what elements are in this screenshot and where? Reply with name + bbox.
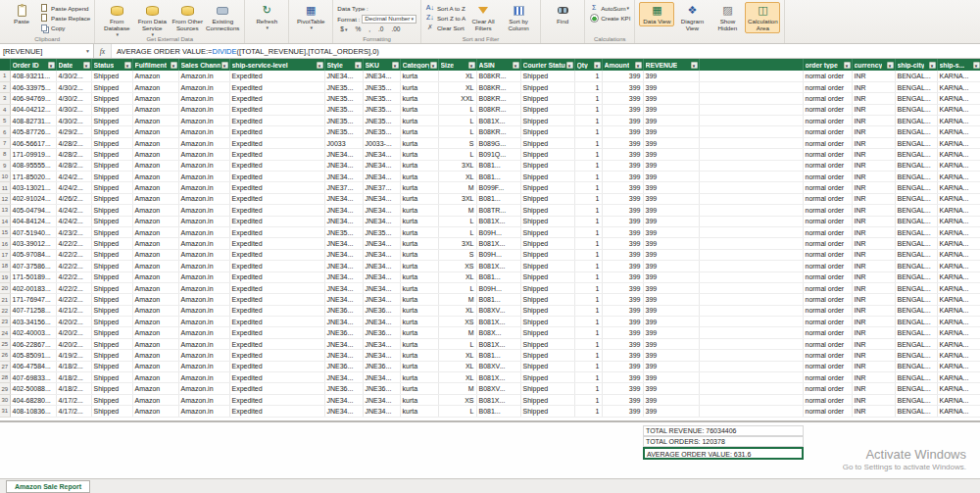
table-cell[interactable]: JNE34... bbox=[363, 205, 400, 216]
table-cell[interactable]: B091Q... bbox=[476, 149, 520, 160]
table-cell[interactable]: BENGAL... bbox=[895, 116, 937, 126]
table-cell[interactable]: Expedited bbox=[229, 361, 324, 371]
table-cell[interactable]: BENGAL... bbox=[895, 205, 937, 216]
table-cell[interactable]: 402-00183... bbox=[10, 282, 56, 293]
table-cell[interactable]: Shipped bbox=[91, 116, 132, 126]
table-cell[interactable]: JNE34... bbox=[324, 205, 363, 216]
table-cell[interactable]: normal order bbox=[803, 249, 852, 260]
table-cell[interactable]: Amazon.in bbox=[178, 182, 229, 193]
filter-dropdown-icon[interactable]: ▼ bbox=[355, 62, 362, 69]
table-cell[interactable]: Amazon bbox=[132, 305, 178, 316]
table-cell[interactable]: Amazon.in bbox=[178, 249, 229, 260]
table-cell[interactable]: Shipped bbox=[520, 261, 574, 271]
table-cell[interactable]: 399 bbox=[602, 361, 643, 371]
table-cell[interactable]: Shipped bbox=[91, 383, 132, 394]
table-cell[interactable]: XL bbox=[438, 81, 476, 92]
table-cell[interactable]: 3XL bbox=[438, 238, 476, 249]
table-cell[interactable]: normal order bbox=[803, 271, 852, 282]
table-cell[interactable]: Shipped bbox=[91, 81, 132, 92]
paste-append-button[interactable]: Paste Append bbox=[39, 4, 90, 12]
table-cell[interactable]: 4/30/2... bbox=[56, 81, 91, 92]
column-header-style[interactable]: Style▼ bbox=[324, 59, 363, 71]
table-cell[interactable]: J0033 bbox=[324, 137, 363, 148]
table-cell[interactable]: INR bbox=[852, 361, 895, 371]
table-cell[interactable]: 399 bbox=[643, 261, 699, 271]
table-cell[interactable]: Shipped bbox=[91, 249, 132, 260]
show-hidden-button[interactable]: ▨ Show Hidden bbox=[710, 2, 745, 33]
table-cell[interactable]: XS bbox=[438, 394, 476, 405]
table-cell[interactable]: Amazon.in bbox=[178, 71, 229, 81]
table-cell[interactable]: 407-37586... bbox=[10, 261, 56, 271]
table-cell[interactable]: 399 bbox=[643, 317, 699, 327]
table-cell[interactable]: B099F... bbox=[476, 182, 520, 193]
table-cell[interactable] bbox=[699, 317, 803, 327]
filter-dropdown-icon[interactable]: ▼ bbox=[691, 62, 698, 69]
table-cell[interactable]: 1 bbox=[574, 261, 602, 271]
table-cell[interactable]: 399 bbox=[643, 205, 699, 216]
table-cell[interactable]: BENGAL... bbox=[895, 394, 937, 405]
row-number[interactable]: 6 bbox=[0, 126, 10, 137]
thousands-separator-button[interactable]: , bbox=[366, 25, 373, 34]
table-cell[interactable]: BENGAL... bbox=[895, 372, 937, 383]
table-cell[interactable]: normal order bbox=[803, 182, 852, 193]
table-cell[interactable]: Amazon.in bbox=[178, 305, 229, 316]
decrease-decimals-button[interactable]: .00 bbox=[388, 25, 403, 34]
table-cell[interactable]: normal order bbox=[803, 383, 852, 394]
table-cell[interactable]: kurta bbox=[400, 406, 438, 417]
row-number[interactable]: 25 bbox=[0, 338, 10, 349]
table-cell[interactable]: 4/28/2... bbox=[56, 160, 91, 171]
table-cell[interactable]: 1 bbox=[574, 81, 602, 92]
table-cell[interactable]: 1 bbox=[574, 294, 602, 305]
table-cell[interactable]: JNE36... bbox=[324, 305, 363, 316]
table-cell[interactable]: 1 bbox=[574, 338, 602, 349]
table-cell[interactable]: Amazon.in bbox=[178, 104, 229, 115]
table-cell[interactable]: 399 bbox=[643, 137, 699, 148]
table-cell[interactable]: Expedited bbox=[229, 317, 324, 327]
sort-a-to-z-button[interactable]: A↓ Sort A to Z bbox=[425, 4, 466, 12]
table-cell[interactable]: Shipped bbox=[91, 226, 132, 237]
filter-dropdown-icon[interactable]: ▼ bbox=[887, 62, 894, 69]
table-cell[interactable]: JNE35... bbox=[324, 116, 363, 126]
table-cell[interactable]: kurta bbox=[400, 172, 438, 182]
table-cell[interactable]: L bbox=[438, 226, 476, 237]
table-cell[interactable] bbox=[699, 406, 803, 417]
table-cell[interactable]: JNE35... bbox=[363, 104, 400, 115]
table-cell[interactable]: INR bbox=[852, 350, 895, 361]
table-cell[interactable]: JNE34... bbox=[363, 271, 400, 282]
table-cell[interactable]: XXL bbox=[438, 93, 476, 104]
table-cell[interactable]: Amazon.in bbox=[178, 226, 229, 237]
row-number[interactable]: 24 bbox=[0, 327, 10, 338]
table-cell[interactable]: BENGAL... bbox=[895, 93, 937, 104]
table-cell[interactable]: Shipped bbox=[520, 282, 574, 293]
table-cell[interactable]: INR bbox=[852, 216, 895, 226]
table-cell[interactable] bbox=[699, 71, 803, 81]
table-cell[interactable]: B081... bbox=[476, 294, 520, 305]
table-cell[interactable]: Expedited bbox=[229, 327, 324, 338]
table-cell[interactable]: JNE34... bbox=[324, 216, 363, 226]
table-cell[interactable]: Amazon bbox=[132, 93, 178, 104]
table-cell[interactable]: INR bbox=[852, 249, 895, 260]
table-cell[interactable]: kurta bbox=[400, 137, 438, 148]
table-cell[interactable]: normal order bbox=[803, 160, 852, 171]
table-cell[interactable]: 399 bbox=[643, 383, 699, 394]
filter-dropdown-icon[interactable]: ▼ bbox=[635, 62, 642, 69]
table-cell[interactable]: JNE34... bbox=[324, 149, 363, 160]
table-cell[interactable]: JNE36... bbox=[324, 361, 363, 371]
table-cell[interactable]: Expedited bbox=[229, 282, 324, 293]
table-cell[interactable]: S bbox=[438, 137, 476, 148]
table-cell[interactable]: XL bbox=[438, 71, 476, 81]
table-cell[interactable]: 1 bbox=[574, 406, 602, 417]
table-cell[interactable]: 4/19/2... bbox=[56, 350, 91, 361]
filter-dropdown-icon[interactable]: ▼ bbox=[171, 62, 177, 69]
table-cell[interactable]: normal order bbox=[803, 394, 852, 405]
table-cell[interactable]: INR bbox=[852, 394, 895, 405]
table-cell[interactable] bbox=[699, 350, 803, 361]
table-cell[interactable]: JNE34... bbox=[363, 394, 400, 405]
table-cell[interactable]: Amazon bbox=[132, 383, 178, 394]
table-cell[interactable]: Shipped bbox=[520, 193, 574, 204]
table-cell[interactable]: Shipped bbox=[520, 383, 574, 394]
row-number[interactable]: 4 bbox=[0, 104, 10, 115]
table-cell[interactable]: JNE34... bbox=[324, 372, 363, 383]
table-cell[interactable]: 399 bbox=[643, 116, 699, 126]
table-cell[interactable]: 402-91024... bbox=[10, 193, 56, 204]
